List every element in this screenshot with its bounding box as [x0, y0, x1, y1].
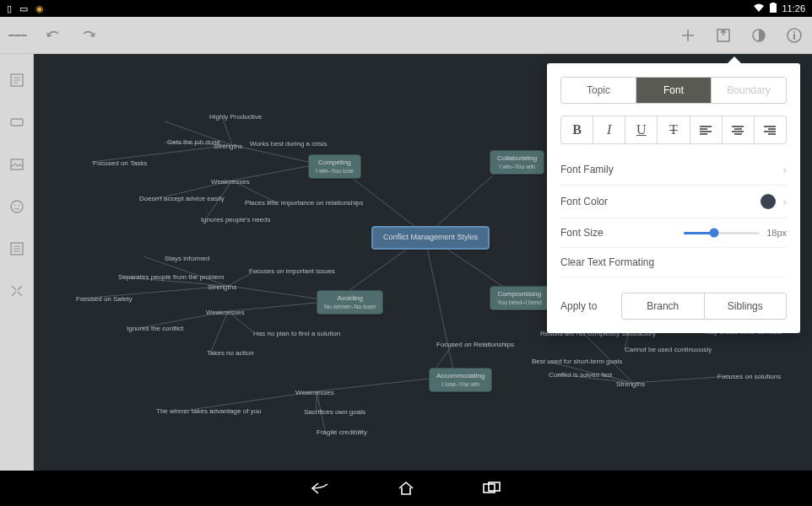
node-title: Compromising [497, 290, 542, 299]
notes-icon[interactable] [8, 71, 26, 89]
leaf-label[interactable]: Cannot be used continuously [625, 346, 712, 353]
node-subtitle: You bend–I bend [497, 299, 542, 306]
left-sidebar [0, 54, 34, 471]
leaf-label[interactable]: Ignores people's needs [201, 216, 270, 223]
leaf-label[interactable]: Ignores the conflict [127, 325, 183, 332]
font-size-slider[interactable] [684, 232, 760, 234]
node-title: Avoiding [324, 294, 376, 303]
info-icon[interactable] [785, 26, 804, 45]
back-button[interactable] [309, 477, 331, 499]
branch-label[interactable]: Weaknesses [211, 178, 250, 186]
row-label: Apply to [560, 300, 611, 312]
battery-icon [770, 3, 777, 14]
leaf-label[interactable]: Has no plan to find a solution [253, 330, 340, 337]
svg-rect-0 [770, 3, 777, 13]
branch-label[interactable]: Strengths [616, 380, 645, 388]
branch-label[interactable]: Strengths [208, 283, 236, 291]
svg-rect-9 [11, 159, 23, 170]
task-icon[interactable] [8, 240, 26, 258]
node-compromising[interactable]: Compromising You bend–I bend [490, 286, 549, 310]
align-center-button[interactable] [723, 116, 755, 143]
font-color-row[interactable]: Font Color › [560, 186, 787, 218]
apply-siblings-button[interactable]: Siblings [705, 293, 787, 319]
leaf-label[interactable]: Focused on Tasks [93, 159, 147, 167]
bold-button[interactable]: B [561, 116, 593, 143]
image-icon[interactable] [8, 155, 26, 174]
tab-topic[interactable]: Topic [561, 78, 636, 103]
leaf-label[interactable]: The winner takes advantage of you [156, 407, 262, 415]
notification-icon: ▯ [7, 3, 12, 13]
branch-label[interactable]: Weaknesses [206, 309, 245, 316]
recents-button[interactable] [481, 477, 503, 499]
tab-boundary[interactable]: Boundary [712, 78, 786, 103]
svg-line-28 [228, 286, 317, 299]
align-left-button[interactable] [690, 116, 723, 143]
redo-icon[interactable] [79, 26, 98, 45]
underline-button[interactable]: U [625, 116, 658, 143]
android-status-bar: ▯ ▭ ◉ 11:26 [0, 0, 812, 17]
clear-formatting-row[interactable]: Clear Text Formating [560, 248, 787, 277]
leaf-label[interactable]: Takes no action [207, 349, 254, 357]
node-competing[interactable]: Competing I win–You lose [308, 154, 361, 179]
panel-tabs: Topic Font Boundary [560, 77, 787, 104]
leaf-label[interactable]: Focuses on solutions [717, 373, 781, 380]
leaf-label[interactable]: Sacrifices own goals [304, 408, 365, 416]
menu-icon[interactable] [8, 26, 27, 45]
notification-icon: ◉ [35, 3, 44, 13]
color-swatch [761, 194, 776, 209]
svg-rect-6 [793, 34, 795, 40]
node-accommodating[interactable]: Accommodating I lose–You win [429, 368, 492, 392]
italic-button[interactable]: I [593, 116, 625, 143]
leaf-label[interactable]: Highly Productive [209, 113, 262, 121]
notification-icon: ▭ [19, 3, 28, 13]
node-subtitle: I lose–You win [436, 380, 484, 388]
node-collaborating[interactable]: Collaborating I win–You win [490, 150, 544, 175]
row-label: Font Size [560, 227, 604, 239]
row-label: Font Color [560, 196, 608, 207]
leaf-label[interactable]: Doesn't accept advice easily [139, 195, 225, 202]
font-size-value: 18px [766, 228, 787, 238]
svg-line-36 [211, 311, 228, 352]
android-nav-bar [0, 471, 812, 506]
label-icon[interactable] [8, 113, 26, 132]
leaf-label[interactable]: Focused on Safety [76, 295, 133, 303]
apply-branch-button[interactable]: Branch [622, 293, 705, 319]
leaf-label[interactable]: Best used for short-term goals [532, 358, 622, 365]
node-avoiding[interactable]: Avoiding No winner–No loser [317, 290, 383, 315]
svg-rect-8 [11, 119, 23, 126]
leaf-label[interactable]: Conflict is solved fast [549, 371, 612, 379]
strikethrough-button[interactable]: T [658, 116, 690, 143]
svg-point-11 [14, 205, 15, 207]
tab-font[interactable]: Font [636, 78, 712, 103]
leaf-label[interactable]: Separates people from the problem [118, 273, 224, 281]
svg-point-5 [793, 31, 795, 33]
leaf-label[interactable]: Fragile credibility [317, 428, 367, 436]
leaf-label[interactable]: Stays informed [165, 255, 209, 262]
leaf-label[interactable]: Focuses on important issues [249, 267, 335, 275]
central-node[interactable]: Conflict Management Styles [371, 226, 490, 250]
leaf-label[interactable]: Places little importance on relationship… [245, 199, 364, 207]
svg-point-12 [18, 205, 19, 207]
add-icon[interactable] [679, 26, 697, 45]
apply-to-row: Apply to Branch Siblings [560, 293, 787, 320]
svg-rect-1 [771, 3, 775, 3]
collapse-icon[interactable] [8, 282, 26, 300]
font-size-row: Font Size 18px [560, 218, 787, 248]
undo-icon[interactable] [44, 26, 62, 45]
leaf-label[interactable]: Works best during a crisis [250, 140, 327, 148]
font-panel: Topic Font Boundary B I U T Font Family … [547, 63, 800, 333]
branch-label[interactable]: Weaknesses [295, 389, 334, 396]
emoji-icon[interactable] [8, 197, 26, 216]
home-button[interactable] [395, 477, 417, 499]
align-right-button[interactable] [755, 116, 786, 143]
leaf-label[interactable]: Focused on Relationships [436, 341, 514, 348]
app-toolbar [0, 17, 812, 54]
share-icon[interactable] [714, 26, 733, 45]
theme-icon[interactable] [750, 26, 768, 45]
svg-line-24 [222, 116, 232, 145]
chevron-right-icon: › [782, 195, 787, 208]
row-label: Clear Text Formating [560, 256, 654, 268]
node-subtitle: I win–You lose [316, 167, 354, 175]
leaf-label[interactable]: Gets the job done [167, 138, 220, 146]
font-family-row[interactable]: Font Family › [560, 154, 787, 186]
